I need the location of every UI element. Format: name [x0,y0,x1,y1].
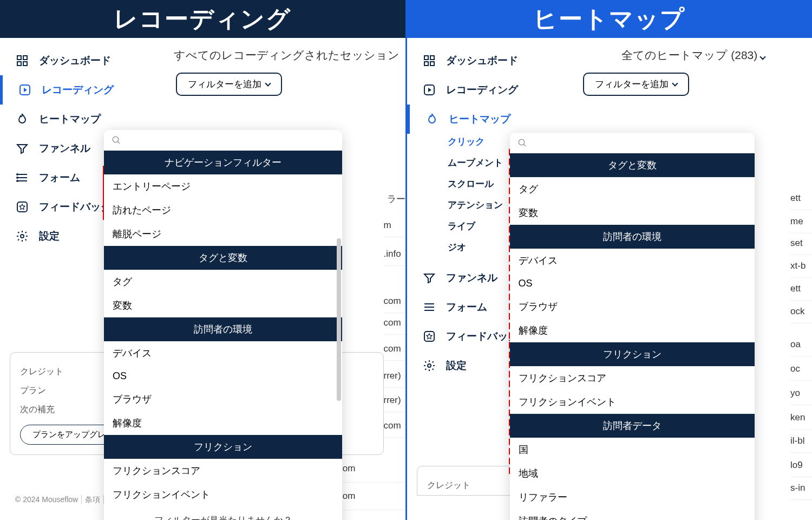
page-title: すべてのレコーディングされたセッション [168,48,405,63]
star-icon [15,200,29,214]
svg-line-15 [117,141,120,144]
dd-item-fevent[interactable]: フリクションイベント [104,483,342,506]
filter-dropdown: タグと変数 タグ 変数 訪問者の環境 デバイス OS ブラウザ 解像度 フリクシ… [510,133,755,520]
dd-header-tags: タグと変数 [104,246,342,270]
left-header: レコーディング [0,0,405,38]
flame-icon [425,112,439,126]
svg-point-10 [17,177,18,178]
dd-item-os[interactable]: OS [104,365,342,387]
play-icon [422,83,436,97]
page-title[interactable]: 全てのヒートマップ (283) [575,48,813,63]
dd-item-country[interactable]: 国 [510,438,755,461]
star-icon [422,329,436,343]
flame-icon [15,112,29,126]
svg-marker-21 [428,88,431,92]
svg-point-9 [17,174,18,175]
dashboard-icon [15,54,29,68]
dropdown-search[interactable] [510,133,755,153]
filter-dropdown: ナビゲーションフィルター エントリーページ 訪れたページ 離脱ページ タグと変数… [104,130,342,520]
nav-heatmap[interactable]: ヒートマップ [0,105,168,134]
main-right: 全てのヒートマップ (283) フィルターを追加 [575,38,813,106]
search-icon [112,135,121,145]
gear-icon [15,229,29,243]
dd-item-fscore[interactable]: フリクションスコア [104,459,342,483]
svg-rect-0 [17,56,21,60]
dd-item-vtype[interactable]: 訪問者のタイプ [510,509,755,520]
form-icon [15,171,29,185]
dd-item-visited[interactable]: 訪れたページ [104,198,342,222]
svg-rect-18 [424,62,428,66]
dd-item-referrer[interactable]: リファラー [510,485,755,509]
right-header: ヒートマップ [407,0,813,38]
upgrade-button[interactable]: プランをアップグレ [20,425,118,445]
footer: © 2024 Mouseflow条項プ [12,495,118,505]
dd-item-os[interactable]: OS [510,272,755,295]
svg-point-27 [519,139,525,145]
main-left: すべてのレコーディングされたセッション フィルターを追加 [168,38,405,106]
funnel-icon [15,141,29,155]
dashboard-icon [422,54,436,68]
svg-point-26 [428,364,431,367]
gear-icon [422,359,436,373]
chevron-down-icon [265,80,271,86]
funnel-icon [422,271,436,285]
dd-header-visitor: 訪問者データ [510,414,755,438]
svg-rect-16 [424,56,428,60]
dd-footer1[interactable]: フィルターが見当たりませんか？ [104,506,342,520]
dd-header-env: 訪問者の環境 [104,317,342,341]
svg-rect-1 [23,56,27,60]
dd-item-tag[interactable]: タグ [104,270,342,294]
dd-item-browser[interactable]: ブラウザ [104,387,342,411]
dd-item-region[interactable]: 地域 [510,461,755,485]
play-icon [18,83,32,97]
svg-rect-19 [430,62,434,66]
svg-point-13 [21,235,24,238]
search-icon [518,138,527,148]
dd-header-nav: ナビゲーションフィルター [104,151,342,174]
add-filter-button[interactable]: フィルターを追加 [583,73,689,96]
dd-item-device[interactable]: デバイス [510,249,755,272]
svg-point-11 [17,180,18,181]
scrollbar[interactable] [337,238,341,401]
dd-item-var[interactable]: 変数 [510,201,755,225]
dd-header-friction: フリクション [510,342,755,366]
dd-item-fevent[interactable]: フリクションイベント [510,390,755,414]
nav-recording[interactable]: レコーディング [407,75,575,105]
dd-header-tags: タグと変数 [510,153,755,177]
nav-dashboard[interactable]: ダッシュボード [0,46,168,75]
dd-item-var[interactable]: 変数 [104,294,342,317]
dd-item-device[interactable]: デバイス [104,341,342,365]
dropdown-search[interactable] [104,130,342,151]
svg-rect-2 [17,62,21,66]
svg-point-14 [113,136,119,142]
dd-item-exit[interactable]: 離脱ページ [104,222,342,246]
dd-item-tag[interactable]: タグ [510,177,755,201]
svg-marker-5 [24,88,27,92]
chevron-down-icon [672,80,678,86]
nav-dashboard[interactable]: ダッシュボード [407,46,575,75]
add-filter-button[interactable]: フィルターを追加 [176,73,282,96]
svg-rect-3 [23,62,27,66]
form-icon [422,300,436,314]
dd-item-browser[interactable]: ブラウザ [510,295,755,318]
dd-header-friction: フリクション [104,435,342,459]
dd-header-env: 訪問者の環境 [510,225,755,249]
dd-item-entry[interactable]: エントリーページ [104,174,342,198]
dd-item-res[interactable]: 解像度 [510,318,755,342]
chevron-down-icon [759,54,765,60]
svg-line-28 [523,144,526,146]
nav-heatmap[interactable]: ヒートマップ [407,105,575,134]
nav-recording[interactable]: レコーディング [0,75,168,105]
dd-item-fscore[interactable]: フリクションスコア [510,366,755,390]
svg-rect-17 [430,56,434,60]
dd-item-res[interactable]: 解像度 [104,411,342,435]
